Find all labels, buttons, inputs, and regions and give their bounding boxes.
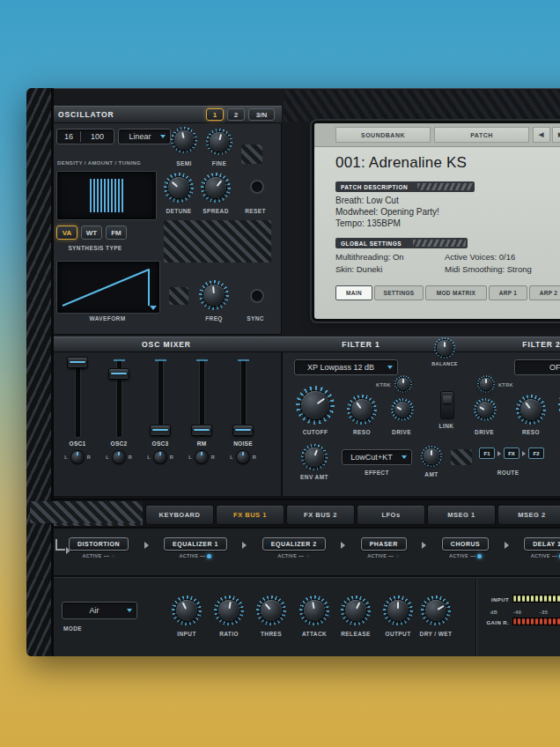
noise-slider-handle[interactable]	[233, 425, 253, 435]
sync-button[interactable]	[250, 289, 264, 303]
route-fx-button[interactable]: FX	[504, 447, 519, 459]
screen-tab-mod-matrix[interactable]: MOD MATRIX	[425, 285, 487, 300]
semi-knob[interactable]	[171, 127, 197, 153]
fx-input-knob[interactable]	[172, 595, 202, 625]
fx-thres-knob[interactable]	[256, 595, 286, 625]
soundbank-tab[interactable]: SOUNDBANK	[335, 127, 431, 143]
fx-attack-knob[interactable]	[299, 595, 329, 625]
unison-amount-value[interactable]: 100	[81, 132, 114, 141]
fx-equalizer2-button[interactable]: EQUALIZER 2	[262, 537, 326, 551]
fx-chorus-button[interactable]: CHORUS	[442, 537, 489, 551]
fx-mode-dropdown[interactable]: Air	[62, 602, 137, 619]
route-arrow-icon	[497, 451, 501, 456]
unison-voices-amount-box[interactable]: 16 100	[56, 129, 114, 144]
tab-keyboard[interactable]: KEYBOARD	[145, 505, 214, 525]
osc-mixer-title: OSC MIXER	[142, 340, 191, 349]
tab-mseg-2[interactable]: MSEG 2	[497, 505, 560, 525]
osc1-pan-knob[interactable]	[71, 451, 84, 463]
detune-knob[interactable]	[164, 173, 194, 203]
osc3-pan: L R	[140, 451, 181, 463]
freq-knob[interactable]	[199, 280, 229, 310]
filter2-reso-label: RESO	[509, 429, 553, 435]
active-led[interactable]	[306, 554, 310, 558]
filter2-type-dropdown[interactable]: OFF	[514, 359, 560, 375]
fx-mode-label: MODE	[63, 625, 82, 632]
filter1-reso-knob[interactable]	[347, 395, 377, 425]
tuning-mode-dropdown[interactable]: Linear	[118, 129, 171, 144]
patch-title: 001: Adrenaline KS	[335, 154, 467, 172]
screen-tab-arp2[interactable]: ARP 2	[529, 285, 560, 300]
fx-drywet-knob[interactable]	[421, 595, 451, 625]
patch-prev-button[interactable]: ◀	[533, 127, 550, 143]
setting-skin: Skin: Duneki	[335, 264, 382, 274]
patch-description-line: Breath: Low Cut	[335, 196, 399, 205]
chevron-down-icon	[150, 306, 157, 310]
filter1-drive-knob[interactable]	[391, 398, 414, 421]
noise-pan-knob[interactable]	[237, 451, 249, 463]
waveform-display[interactable]	[56, 261, 160, 314]
osc1-pan: L R	[57, 451, 98, 463]
rm-slider-handle[interactable]	[192, 425, 211, 435]
tab-fx-bus-1[interactable]: FX BUS 1	[216, 505, 284, 525]
tab-lfos[interactable]: LFOs	[357, 505, 425, 525]
osc3-slider-handle[interactable]	[151, 425, 170, 435]
dash-decoration	[388, 556, 394, 557]
tab-fx-bus-2[interactable]: FX BUS 2	[286, 505, 355, 525]
mixer-channel-osc1: OSC1 L R	[57, 358, 98, 492]
filter1-type-dropdown[interactable]: XP Lowpass 12 dB	[294, 359, 398, 375]
filter2-reso-knob[interactable]	[516, 395, 546, 425]
lcd-screen: SOUNDBANK PATCH ◀ ▶ 001: Adrenaline KS P…	[314, 123, 560, 319]
synth-plugin-window: OSCILLATOR 1 2 3/N 16 100 Linear SEMI FI…	[26, 88, 560, 656]
hatch-decoration	[241, 144, 262, 164]
waveform-graphic	[57, 262, 159, 313]
osc-tab-2[interactable]: 2	[227, 108, 245, 121]
active-led[interactable]	[477, 554, 482, 558]
env-amt-knob[interactable]	[301, 444, 328, 470]
synthesis-fm-button[interactable]: FM	[106, 226, 127, 240]
tab-mseg-1[interactable]: MSEG 1	[427, 505, 496, 525]
osc3-pan-knob[interactable]	[154, 451, 166, 463]
fine-knob[interactable]	[206, 129, 232, 155]
fx-release-knob[interactable]	[341, 595, 371, 625]
filter2-ktrk-knob[interactable]	[477, 375, 495, 393]
density-lines-graphic	[90, 179, 123, 212]
effect-amt-knob[interactable]	[421, 446, 442, 467]
patch-tab[interactable]: PATCH	[434, 127, 529, 143]
filter-link-switch[interactable]	[440, 391, 454, 419]
osc-tab-3n[interactable]: 3/N	[248, 108, 275, 121]
chevron-down-icon	[402, 455, 407, 459]
route-f1-button[interactable]: F1	[479, 447, 495, 459]
filter1-cutoff-knob[interactable]	[296, 386, 335, 425]
synthesis-wt-button[interactable]: WT	[81, 226, 102, 240]
spread-knob[interactable]	[201, 173, 231, 203]
filter2-drive-knob[interactable]	[474, 398, 497, 421]
fx-delay1-button[interactable]: DELAY 1	[524, 537, 560, 551]
dash-decoration	[470, 556, 475, 557]
osc2-slider-handle[interactable]	[109, 369, 129, 379]
filter-effect-dropdown[interactable]: LowCut+KT	[342, 449, 412, 465]
unison-voices-value[interactable]: 16	[57, 132, 80, 141]
screen-tab-main[interactable]: MAIN	[335, 285, 372, 300]
rm-pan-knob[interactable]	[195, 451, 208, 463]
fx-distortion-button[interactable]: DISTORTION	[69, 537, 129, 551]
patch-next-button[interactable]: ▶	[552, 127, 560, 143]
screen-tab-arp1[interactable]: ARP 1	[489, 285, 527, 300]
chain-arrow-icon	[341, 542, 345, 549]
synthesis-va-button[interactable]: VA	[56, 226, 77, 240]
filter1-ktrk-knob[interactable]	[394, 375, 412, 393]
fx-phaser-button[interactable]: PHASER	[361, 537, 407, 551]
fx-output-knob[interactable]	[383, 595, 413, 625]
osc2-pan-knob[interactable]	[113, 451, 125, 463]
fx-ratio-knob[interactable]	[214, 595, 244, 625]
route-f2-button[interactable]: F2	[528, 447, 544, 459]
osc1-slider-track[interactable]	[76, 359, 80, 437]
active-led[interactable]	[111, 554, 115, 558]
screen-tab-settings[interactable]: SETTINGS	[374, 285, 424, 300]
reset-button[interactable]	[250, 180, 264, 194]
osc1-slider-handle[interactable]	[68, 358, 87, 367]
osc-tab-1[interactable]: 1	[206, 108, 224, 121]
active-led[interactable]	[207, 554, 211, 558]
fx-equalizer1-button[interactable]: EQUALIZER 1	[164, 537, 227, 551]
active-led[interactable]	[395, 554, 400, 558]
balance-knob[interactable]	[434, 337, 455, 359]
